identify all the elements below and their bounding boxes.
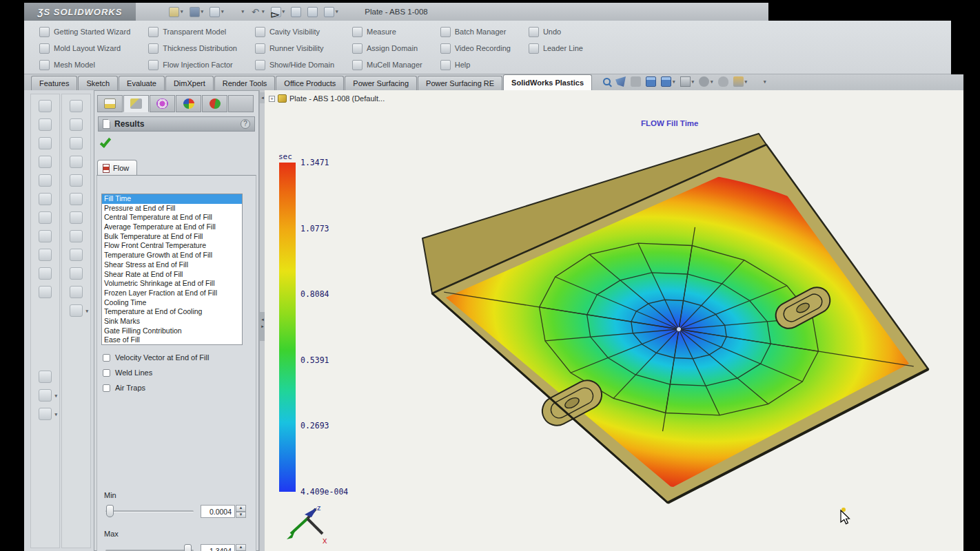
dropdown-caret-icon[interactable]: ▾ — [85, 309, 88, 314]
result-type-item[interactable]: Volumetric Shrinkage at End of Fill — [102, 279, 242, 289]
surface-tool-14[interactable]: ▾ — [39, 408, 52, 420]
dropdown-caret-icon[interactable]: ▾ — [54, 393, 57, 399]
panel-tab-domains[interactable] — [150, 95, 175, 112]
checkbox-box[interactable] — [103, 384, 110, 392]
ribbon-command[interactable]: Getting Started Wizard — [39, 27, 130, 37]
dropdown-caret-icon[interactable]: ▾ — [262, 9, 265, 14]
command-tab[interactable]: DimXpert — [165, 76, 214, 90]
file-properties-button[interactable] — [307, 7, 318, 17]
result-type-item[interactable]: Shear Stress at End of Fill — [102, 260, 242, 270]
feature-tool-3[interactable] — [70, 137, 83, 149]
open-button[interactable]: ▾ — [190, 7, 204, 17]
undo-button[interactable]: ↶ ▾ — [250, 7, 265, 17]
panel-tab-material[interactable] — [202, 95, 227, 112]
ribbon-command[interactable]: MuCell Manager — [352, 60, 422, 70]
print-button[interactable]: ▾ — [230, 7, 245, 17]
ribbon-command[interactable]: Thickness Distribution — [148, 43, 237, 54]
dropdown-caret-icon[interactable]: ▾ — [181, 9, 183, 14]
fill-time-model-plot[interactable] — [382, 123, 961, 529]
max-slider-thumb[interactable] — [184, 544, 192, 551]
surface-tool-5[interactable] — [39, 174, 52, 187]
surface-tool-8[interactable] — [39, 230, 52, 242]
flow-results-tab[interactable]: Flow — [97, 160, 137, 176]
ribbon-command[interactable]: Undo — [529, 27, 583, 37]
result-type-item[interactable]: Pressure at End of Fill — [102, 204, 242, 214]
dropdown-caret-icon[interactable]: ▾ — [692, 79, 695, 85]
expand-tree-icon[interactable]: + — [269, 96, 275, 102]
ribbon-command[interactable]: Video Recording — [440, 43, 511, 54]
result-type-item[interactable]: Sink Marks — [102, 317, 242, 326]
result-type-item[interactable]: Ease of Fill — [102, 335, 242, 345]
result-type-item[interactable]: Gate Filling Contribution — [102, 326, 242, 336]
surface-tool-9[interactable] — [39, 249, 52, 261]
dropdown-caret-icon[interactable]: ▾ — [242, 9, 245, 14]
min-slider[interactable] — [105, 505, 194, 518]
ribbon-command[interactable]: Leader Line — [529, 43, 583, 54]
max-spinner[interactable]: ▲▼ — [236, 544, 246, 551]
result-type-item[interactable]: Fill Time — [102, 194, 242, 204]
apply-scene-icon[interactable]: ▾ — [752, 76, 766, 87]
result-type-item[interactable]: Cooling Time — [102, 298, 242, 308]
rebuild-button[interactable] — [291, 7, 301, 17]
dropdown-caret-icon[interactable]: ▾ — [673, 79, 675, 85]
command-tab[interactable]: Sketch — [78, 76, 118, 90]
min-value-input[interactable] — [201, 505, 235, 518]
command-tab[interactable]: Office Products — [276, 76, 344, 90]
result-type-item[interactable]: Average Temperature at End of Fill — [102, 222, 242, 232]
command-tab[interactable]: Evaluate — [119, 76, 165, 90]
dropdown-caret-icon[interactable]: ▾ — [201, 9, 204, 14]
result-option-checkbox[interactable]: Velocity Vector at End of Fill — [103, 353, 250, 362]
surface-tool-12[interactable] — [39, 371, 52, 383]
feature-tool-5[interactable] — [70, 174, 83, 187]
result-type-item[interactable]: Temperature Growth at End of Fill — [102, 251, 242, 260]
max-value-input[interactable] — [201, 544, 235, 551]
surface-tool-6[interactable] — [39, 193, 52, 205]
command-tab[interactable]: Features — [31, 76, 77, 90]
result-type-item[interactable]: Central Temperature at End of Fill — [102, 213, 242, 222]
min-slider-thumb[interactable] — [106, 505, 114, 517]
view-orientation-icon[interactable]: ▾ — [680, 76, 695, 87]
feature-tool-4[interactable] — [70, 156, 83, 168]
surface-tool-11[interactable] — [39, 286, 52, 298]
feature-tool-2[interactable] — [70, 118, 83, 131]
ribbon-command[interactable]: Batch Manager — [440, 27, 511, 37]
command-tab[interactable]: Power Surfacing RE — [418, 76, 502, 90]
save-button[interactable]: ▾ — [210, 7, 224, 17]
zoom-to-area-icon[interactable] — [615, 76, 626, 87]
graphics-viewport[interactable]: + Plate - ABS 1-008 (Default... FLOW Fil… — [265, 90, 963, 551]
section-view-icon[interactable]: ▾ — [661, 76, 675, 87]
display-style-icon[interactable]: ▾ — [699, 76, 713, 87]
feature-tool-9[interactable] — [70, 249, 83, 261]
surface-tool-1[interactable] — [39, 100, 52, 112]
result-option-checkbox[interactable]: Weld Lines — [103, 368, 250, 377]
result-type-list[interactable]: Fill Time Pressure at End of Fill Centra… — [101, 194, 243, 345]
panel-tab-injection-location[interactable] — [176, 95, 201, 112]
command-tab[interactable]: Render Tools — [214, 76, 276, 90]
dropdown-caret-icon[interactable]: ▾ — [221, 9, 224, 14]
surface-tool-2[interactable] — [39, 118, 52, 131]
dropdown-caret-icon[interactable]: ▾ — [711, 79, 713, 85]
ribbon-command[interactable]: Flow Injection Factor — [148, 60, 237, 70]
min-spinner[interactable]: ▲▼ — [236, 505, 246, 518]
feature-tool-12[interactable]: ▾ — [70, 304, 83, 317]
checkbox-box[interactable] — [103, 354, 110, 362]
surface-tool-13[interactable]: ▾ — [39, 389, 52, 402]
result-option-checkbox[interactable]: Air Traps — [103, 384, 250, 393]
zoom-to-fit-icon[interactable] — [603, 78, 611, 85]
dropdown-caret-icon[interactable]: ▾ — [745, 79, 748, 85]
ribbon-command[interactable]: Help — [440, 60, 511, 70]
result-type-item[interactable]: Shear Rate at End of Fill — [102, 270, 242, 280]
feature-tool-11[interactable] — [70, 286, 83, 298]
ribbon-command[interactable]: Runner Visibility — [255, 43, 334, 54]
ribbon-command[interactable]: Transparent Model — [148, 27, 237, 37]
panel-tab-process[interactable] — [228, 95, 254, 112]
result-type-item[interactable]: Frozen Layer Fraction at End of Fill — [102, 289, 242, 298]
surface-tool-4[interactable] — [39, 156, 52, 168]
dropdown-caret-icon[interactable]: ▾ — [54, 412, 57, 417]
result-type-item[interactable]: Flow Front Central Temperature — [102, 241, 242, 251]
result-type-item[interactable]: Temperature at End of Cooling — [102, 307, 242, 317]
command-tab[interactable]: Power Surfacing — [345, 76, 417, 90]
ribbon-command[interactable]: Mesh Model — [39, 60, 130, 70]
max-slider[interactable] — [105, 544, 194, 551]
options-button[interactable]: ▾ — [324, 7, 338, 17]
